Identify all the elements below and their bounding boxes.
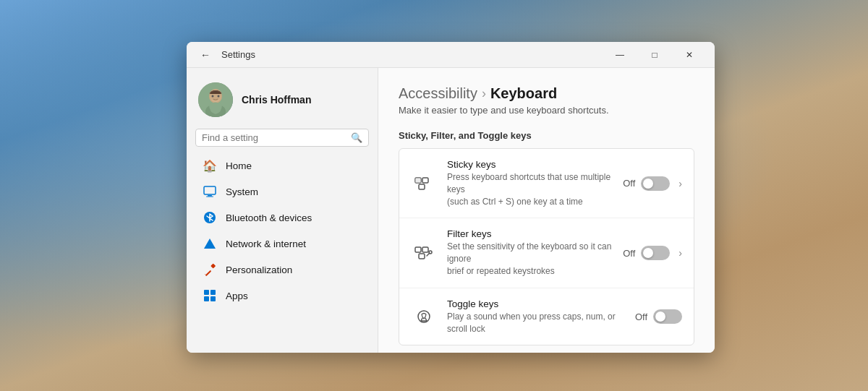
sidebar-item-label: Apps (226, 291, 248, 301)
sidebar-item-system[interactable]: System (191, 179, 373, 205)
search-icon: 🔍 (351, 132, 362, 143)
filter-keys-icon (411, 240, 437, 266)
toggle-keys-icon (411, 304, 437, 330)
sticky-keys-text: Sticky keys Press keyboard shortcuts tha… (447, 159, 623, 207)
sticky-keys-row[interactable]: Sticky keys Press keyboard shortcuts tha… (399, 149, 694, 218)
svg-rect-17 (210, 296, 216, 301)
sticky-keys-toggle-label: Off (623, 178, 635, 189)
toggle-keys-name: Toggle keys (447, 298, 635, 309)
user-section: Chris Hoffman (187, 77, 378, 129)
minimize-button[interactable]: — (603, 43, 637, 66)
sidebar-item-home[interactable]: 🏠 Home (191, 152, 373, 179)
svg-rect-24 (419, 254, 425, 259)
close-button[interactable]: ✕ (673, 43, 706, 66)
sidebar-item-label: Bluetooth & devices (226, 212, 312, 223)
toggle-keys-text: Toggle keys Play a sound when you press … (447, 298, 635, 335)
filter-keys-control: Off › (623, 246, 682, 260)
filter-keys-toggle[interactable] (641, 246, 670, 260)
sticky-keys-toggle[interactable] (641, 176, 670, 191)
svg-marker-11 (204, 239, 216, 249)
home-icon: 🏠 (203, 158, 217, 173)
titlebar: ← Settings — □ ✕ (187, 42, 715, 68)
sticky-keys-chevron: › (678, 178, 682, 189)
filter-keys-text: Filter keys Set the sensitivity of the k… (447, 228, 623, 277)
svg-rect-14 (204, 290, 209, 295)
svg-rect-19 (422, 178, 428, 183)
apps-icon (203, 288, 217, 303)
svg-rect-12 (205, 270, 211, 276)
svg-rect-16 (204, 296, 209, 301)
svg-rect-13 (210, 263, 216, 268)
network-icon (203, 236, 217, 251)
settings-card: Sticky keys Press keyboard shortcuts tha… (399, 148, 694, 345)
main-content: Accessibility › Keyboard Make it easier … (378, 68, 715, 353)
svg-rect-21 (415, 178, 421, 183)
svg-point-25 (429, 251, 432, 254)
sticky-keys-icon (411, 171, 437, 197)
svg-rect-9 (206, 197, 213, 197)
sidebar-item-apps[interactable]: Apps (191, 283, 373, 309)
toggle-keys-row[interactable]: Toggle keys Play a sound when you press … (399, 288, 694, 345)
sidebar-item-label: Network & internet (226, 239, 306, 249)
breadcrumb-parent: Accessibility (399, 85, 477, 102)
toggle-keys-desc: Play a sound when you press caps, num, o… (447, 311, 635, 335)
svg-point-6 (218, 95, 220, 98)
settings-window: ← Settings — □ ✕ (187, 42, 715, 353)
avatar (198, 82, 233, 117)
svg-rect-15 (210, 290, 216, 295)
svg-rect-8 (208, 195, 212, 197)
maximize-button[interactable]: □ (638, 43, 671, 66)
system-icon (203, 184, 217, 199)
sidebar-item-network[interactable]: Network & internet (191, 231, 373, 257)
user-name: Chris Hoffman (242, 94, 311, 106)
sticky-keys-desc: Press keyboard shortcuts that use multip… (447, 171, 623, 207)
toggle-keys-toggle-label: Off (635, 311, 647, 322)
sidebar-item-personalization[interactable]: Personalization (191, 257, 373, 283)
sticky-keys-control: Off › (623, 176, 682, 191)
nav-list: 🏠 Home System Bluetooth & devices (187, 152, 378, 309)
page-subtitle: Make it easier to type and use keyboard … (399, 105, 694, 116)
search-input[interactable] (202, 132, 351, 143)
svg-rect-7 (204, 186, 216, 194)
filter-keys-desc: Set the sensitivity of the keyboard so i… (447, 241, 623, 277)
personalization-icon (203, 262, 217, 277)
sidebar-item-label: Home (226, 160, 252, 171)
toggle-keys-toggle[interactable] (653, 309, 682, 324)
breadcrumb-current: Keyboard (490, 85, 557, 102)
window-controls: — □ ✕ (603, 43, 706, 66)
window-body: Chris Hoffman 🔍 🏠 Home System (187, 68, 715, 353)
sidebar-item-label: Personalization (226, 265, 292, 275)
filter-keys-row[interactable]: Filter keys Set the sensitivity of the k… (399, 218, 694, 288)
back-button[interactable]: ← (195, 45, 216, 65)
breadcrumb: Accessibility › Keyboard (399, 85, 694, 102)
search-box[interactable]: 🔍 (195, 129, 369, 147)
sticky-keys-name: Sticky keys (447, 159, 623, 170)
filter-keys-name: Filter keys (447, 228, 623, 239)
svg-rect-23 (422, 247, 428, 252)
sidebar: Chris Hoffman 🔍 🏠 Home System (187, 68, 378, 353)
filter-keys-chevron: › (678, 247, 682, 259)
bluetooth-icon (203, 210, 217, 225)
sidebar-item-bluetooth[interactable]: Bluetooth & devices (191, 205, 373, 231)
svg-point-5 (212, 95, 214, 98)
filter-keys-toggle-label: Off (623, 248, 635, 259)
window-title: Settings (221, 49, 603, 60)
section-title: Sticky, Filter, and Toggle keys (399, 130, 694, 141)
svg-rect-22 (415, 247, 421, 252)
breadcrumb-separator: › (482, 86, 486, 101)
sidebar-item-label: System (226, 186, 258, 197)
toggle-keys-control: Off (635, 309, 682, 324)
svg-rect-20 (419, 184, 425, 189)
